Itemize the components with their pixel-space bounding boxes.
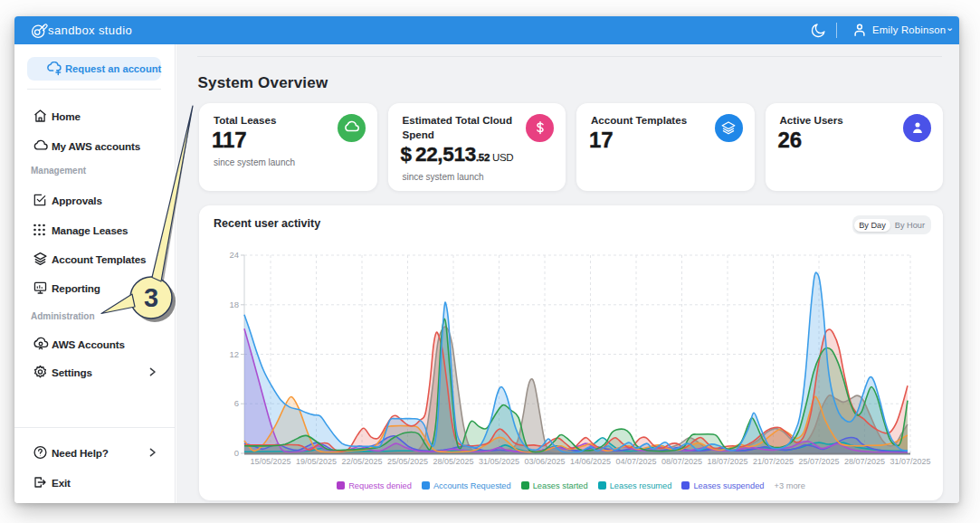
svg-text:3: 3 [144,283,158,312]
